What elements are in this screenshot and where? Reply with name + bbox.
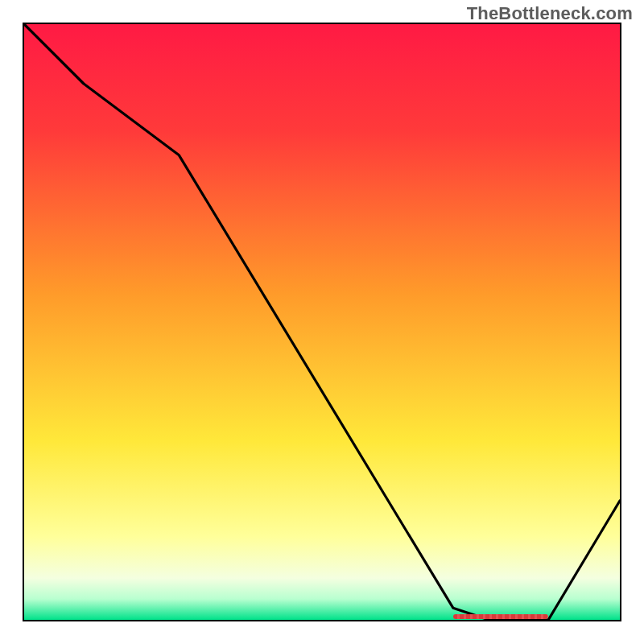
optimal-range-marker (453, 614, 548, 619)
curve-layer (24, 24, 620, 620)
bottleneck-curve-line (24, 24, 620, 620)
chart-frame: TheBottleneck.com (0, 0, 644, 644)
watermark-text: TheBottleneck.com (467, 3, 633, 24)
plot-area (23, 23, 621, 621)
